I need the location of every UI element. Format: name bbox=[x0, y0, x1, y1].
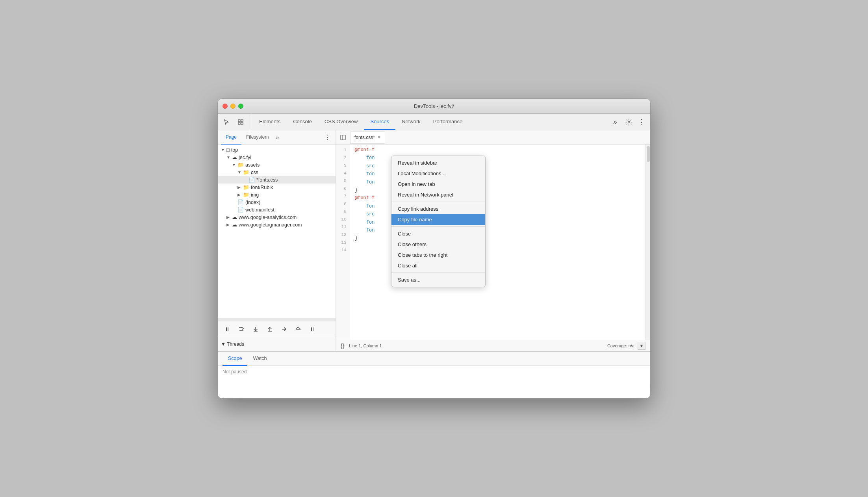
vertical-scrollbar[interactable] bbox=[645, 145, 650, 340]
tree-label: font/Rubik bbox=[251, 185, 273, 190]
ctx-copy-link[interactable]: Copy link address bbox=[391, 204, 485, 214]
toggle-sidebar-button[interactable] bbox=[338, 132, 349, 143]
svg-rect-3 bbox=[241, 122, 243, 124]
folder-icon: 📁 bbox=[243, 169, 249, 175]
tree-label: *fonts.css bbox=[256, 177, 278, 183]
format-icon[interactable]: {} bbox=[341, 343, 344, 349]
ctx-copy-filename[interactable]: Copy file name bbox=[391, 214, 485, 225]
file-tree: ▼ □ top ▼ ☁ jec.fyi ▼ 📁 assets bbox=[218, 145, 336, 318]
svg-rect-2 bbox=[238, 122, 240, 124]
tab-css-overview[interactable]: CSS Overview bbox=[318, 114, 364, 130]
inspect-icon[interactable] bbox=[235, 117, 246, 128]
tree-item-font-rubik[interactable]: ▶ 📁 font/Rubik bbox=[218, 184, 336, 191]
close-button[interactable] bbox=[223, 104, 228, 109]
devtools-window: DevTools - jec.fyi/ Elements Console C bbox=[217, 98, 651, 399]
step-out-button[interactable] bbox=[265, 325, 274, 334]
settings-icon[interactable] bbox=[623, 117, 634, 128]
tree-arrow: ▶ bbox=[226, 215, 232, 219]
ctx-save-as[interactable]: Save as... bbox=[391, 274, 485, 285]
tree-arrow: ▶ bbox=[237, 193, 243, 197]
tab-filesystem[interactable]: Filesystem bbox=[241, 130, 273, 145]
pause-on-exceptions-button[interactable]: ⏸ bbox=[308, 325, 317, 334]
tree-item-jec[interactable]: ▼ ☁ jec.fyi bbox=[218, 154, 336, 161]
ctx-close[interactable]: Close bbox=[391, 228, 485, 239]
cloud-icon: ☁ bbox=[232, 222, 237, 228]
context-menu: Reveal in sidebar Local Modifications...… bbox=[391, 156, 486, 287]
more-options-icon[interactable]: ⋮ bbox=[636, 117, 647, 128]
folder-icon: 📁 bbox=[243, 192, 249, 198]
devtools-header: Elements Console CSS Overview Sources Ne… bbox=[218, 114, 650, 130]
tree-item-img[interactable]: ▶ 📁 img bbox=[218, 191, 336, 198]
tab-performance[interactable]: Performance bbox=[427, 114, 469, 130]
close-tab-button[interactable]: ✕ bbox=[377, 135, 381, 140]
scroll-thumb[interactable] bbox=[647, 146, 650, 162]
horizontal-scrollbar[interactable] bbox=[218, 318, 336, 321]
step-button[interactable] bbox=[279, 325, 289, 334]
tabs-more-button[interactable]: » bbox=[610, 114, 620, 130]
tab-sources[interactable]: Sources bbox=[364, 114, 395, 130]
ctx-close-right[interactable]: Close tabs to the right bbox=[391, 250, 485, 260]
ctx-reveal-sidebar[interactable]: Reveal in sidebar bbox=[391, 158, 485, 168]
tab-network[interactable]: Network bbox=[395, 114, 427, 130]
window-title: DevTools - jec.fyi/ bbox=[414, 103, 454, 109]
editor-tab-fonts-css[interactable]: fonts.css* ✕ bbox=[350, 131, 385, 144]
panel-menu-button[interactable]: ⋮ bbox=[323, 132, 332, 143]
tab-scope[interactable]: Scope bbox=[223, 352, 247, 366]
tree-item-css[interactable]: ▼ 📁 css bbox=[218, 169, 336, 176]
ctx-open-new-tab[interactable]: Open in new tab bbox=[391, 179, 485, 189]
threads-section[interactable]: ▼ Threads bbox=[218, 337, 336, 351]
cloud-icon: ☁ bbox=[232, 154, 237, 160]
tree-label: top bbox=[231, 147, 238, 153]
main-tabs: Elements Console CSS Overview Sources Ne… bbox=[253, 114, 610, 130]
editor-tabs: fonts.css* ✕ bbox=[336, 130, 650, 145]
tree-label: img bbox=[251, 192, 259, 198]
tree-item-fonts-css[interactable]: 📄 *fonts.css bbox=[218, 176, 336, 184]
tree-item-index[interactable]: 📄 (index) bbox=[218, 198, 336, 206]
ctx-local-modifications[interactable]: Local Modifications... bbox=[391, 168, 485, 179]
coverage-button[interactable]: ▼ bbox=[638, 342, 645, 350]
tree-arrow: ▶ bbox=[237, 185, 243, 189]
svg-rect-13 bbox=[341, 135, 345, 140]
tree-item-googletagmanager[interactable]: ▶ ☁ www.googletagmanager.com bbox=[218, 221, 336, 228]
tab-page[interactable]: Page bbox=[221, 130, 241, 145]
folder-icon: 📁 bbox=[237, 162, 244, 168]
bottom-tabs: Scope Watch bbox=[218, 352, 650, 366]
ctx-divider2 bbox=[391, 226, 485, 227]
left-panel: Page Filesystem » ⋮ ▼ □ top ▼ ☁ je bbox=[218, 130, 336, 351]
panel-tabs-more[interactable]: » bbox=[273, 134, 281, 141]
minimize-button[interactable] bbox=[230, 104, 236, 109]
tree-arrow: ▼ bbox=[237, 170, 243, 174]
step-into-button[interactable] bbox=[251, 325, 260, 334]
cursor-icon[interactable] bbox=[221, 117, 232, 128]
svg-line-11 bbox=[298, 327, 300, 329]
traffic-lights bbox=[223, 104, 243, 109]
folder-icon: 📁 bbox=[243, 184, 249, 190]
cursor-position: Line 1, Column 1 bbox=[349, 343, 382, 348]
svg-line-10 bbox=[296, 327, 298, 329]
status-right: Coverage: n/a ▼ bbox=[607, 342, 645, 350]
ctx-divider3 bbox=[391, 273, 485, 273]
tree-label: (index) bbox=[245, 200, 260, 205]
maximize-button[interactable] bbox=[238, 104, 243, 109]
tree-label: www.googletagmanager.com bbox=[239, 222, 302, 228]
tab-elements[interactable]: Elements bbox=[253, 114, 287, 130]
ctx-close-all[interactable]: Close all bbox=[391, 260, 485, 271]
pause-button[interactable]: ⏸ bbox=[223, 325, 232, 334]
threads-label: ▼ Threads bbox=[221, 341, 244, 347]
tab-console[interactable]: Console bbox=[287, 114, 318, 130]
center-panel: fonts.css* ✕ 12345 678910 11121314 @font… bbox=[336, 130, 650, 351]
tree-item-assets[interactable]: ▼ 📁 assets bbox=[218, 161, 336, 169]
tree-item-top[interactable]: ▼ □ top bbox=[218, 146, 336, 154]
deactivate-breakpoints-button[interactable] bbox=[293, 325, 303, 334]
tree-item-manifest[interactable]: 📄 web.manifest bbox=[218, 206, 336, 213]
tree-item-google-analytics[interactable]: ▶ ☁ www.google-analytics.com bbox=[218, 213, 336, 221]
file-icon: 📄 bbox=[237, 199, 244, 205]
coverage-label: Coverage: n/a bbox=[607, 343, 634, 348]
step-over-button[interactable] bbox=[237, 325, 246, 334]
ctx-close-others[interactable]: Close others bbox=[391, 239, 485, 250]
tab-watch[interactable]: Watch bbox=[247, 352, 272, 366]
titlebar: DevTools - jec.fyi/ bbox=[218, 99, 650, 114]
ctx-reveal-network[interactable]: Reveal in Network panel bbox=[391, 189, 485, 200]
panel-tabs: Page Filesystem » ⋮ bbox=[218, 130, 336, 145]
debug-toolbar: ⏸ bbox=[218, 321, 336, 337]
